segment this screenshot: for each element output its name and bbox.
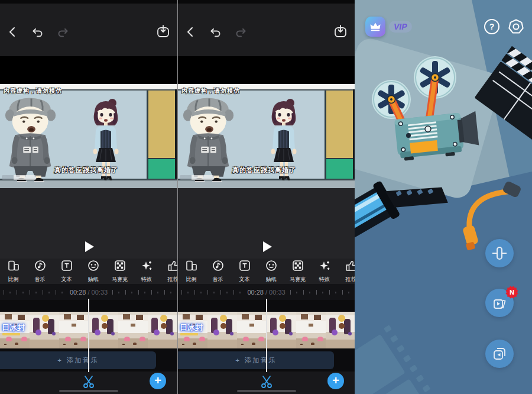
music-icon — [34, 259, 47, 274]
clip-title-overlay: 日冰封 — [2, 322, 25, 333]
letterbox-top — [0, 56, 177, 84]
menu-item-recommend[interactable]: 推荐 — [338, 259, 355, 284]
back-icon[interactable] — [184, 25, 198, 41]
mosaic-icon — [291, 259, 304, 274]
home-illustration — [355, 0, 532, 394]
menu-item-mosaic[interactable]: 马赛克 — [106, 259, 133, 284]
menu-item-sticker[interactable]: 贴纸 — [80, 259, 106, 284]
scene-door — [325, 91, 353, 158]
menu-item-mosaic[interactable]: 马赛克 — [284, 259, 311, 284]
template-play-icon — [491, 345, 508, 362]
menu-label: 贴纸 — [266, 276, 277, 283]
home-panel: VIP ? N — [355, 0, 532, 394]
export-icon[interactable] — [333, 24, 348, 41]
thumbs-up-icon — [167, 259, 178, 274]
menu-item-music[interactable]: 音乐 — [27, 259, 53, 284]
editor-panels: 内容虚构，请勿模仿 真的答应跟我离婚了 比例 音乐 文本 贴纸 — [0, 0, 355, 394]
crown-icon — [365, 17, 385, 37]
watermark — [2, 175, 36, 180]
editor-panel: 内容虚构，请勿模仿 真的答应跟我离婚了 比例 音乐 文本 贴纸 — [0, 0, 177, 394]
text-icon — [60, 259, 73, 274]
clip-thumbnail — [89, 312, 118, 348]
editing-menu: 比例 音乐 文本 贴纸 马赛克 特效 — [178, 259, 355, 284]
app-root: 内容虚构，请勿模仿 真的答应跟我离婚了 比例 音乐 文本 贴纸 — [0, 0, 532, 394]
timeline-ruler[interactable]: 00:28 / 00:33 — [0, 284, 177, 300]
editor-topbar — [178, 4, 355, 56]
menu-item-effects[interactable]: 特效 — [133, 259, 160, 284]
ratio-icon — [185, 259, 198, 274]
vip-badge[interactable]: VIP — [365, 17, 412, 37]
menu-item-music[interactable]: 音乐 — [205, 259, 231, 284]
clip-thumbnail — [296, 312, 326, 348]
sticker-icon — [265, 259, 278, 274]
thumbs-up-icon — [345, 259, 355, 274]
watermark — [180, 175, 214, 180]
clip-thumbnail — [237, 312, 267, 348]
video-preview[interactable]: 内容虚构，请勿模仿 真的答应跟我离婚了 — [0, 84, 177, 188]
back-icon[interactable] — [6, 25, 20, 41]
export-icon[interactable] — [155, 24, 171, 41]
clip-title-overlay: 日冰封 — [180, 322, 203, 333]
vip-label: VIP — [389, 21, 412, 33]
cut-button[interactable] — [259, 374, 274, 392]
add-music-label: 添加音乐 — [67, 356, 99, 365]
editor-panel: 内容虚构，请勿模仿 真的答应跟我离婚了 比例 音乐 文本 贴纸 — [177, 0, 355, 394]
play-button[interactable] — [263, 241, 272, 252]
add-clip-button[interactable]: + — [327, 373, 344, 389]
subtitle-text: 真的答应跟我离婚了 — [212, 166, 316, 175]
ratio-icon — [7, 259, 20, 274]
disclaimer-text: 内容虚构，请勿模仿 — [4, 87, 62, 95]
time-display: 00:28 / 00:33 — [65, 289, 112, 296]
menu-label: 音乐 — [35, 276, 46, 283]
adjust-slider-icon — [491, 244, 508, 262]
undo-icon[interactable] — [209, 25, 223, 42]
menu-label: 比例 — [186, 276, 197, 283]
menu-item-sticker[interactable]: 贴纸 — [258, 259, 284, 284]
add-music-label: 添加音乐 — [245, 356, 277, 365]
menu-label: 文本 — [239, 276, 250, 283]
timeline-ruler[interactable]: 00:28 / 00:33 — [178, 284, 355, 300]
playhead[interactable] — [88, 299, 89, 372]
plus-icon: + — [57, 357, 63, 364]
menu-item-text[interactable]: 文本 — [231, 259, 258, 284]
home-indicator[interactable] — [59, 390, 118, 392]
plus-icon: + — [235, 357, 241, 364]
adjust-button[interactable] — [485, 239, 514, 267]
ruler-ticks-left — [181, 290, 242, 295]
menu-label: 贴纸 — [88, 276, 99, 283]
undo-icon[interactable] — [31, 25, 45, 42]
template-button[interactable] — [485, 340, 514, 368]
menu-item-text[interactable]: 文本 — [53, 259, 80, 284]
video-preview[interactable]: 内容虚构，请勿模仿 真的答应跟我离婚了 — [178, 84, 355, 188]
menu-label: 文本 — [61, 276, 72, 283]
effects-icon — [318, 259, 331, 274]
menu-label: 比例 — [8, 276, 19, 283]
clip-thumbnail — [59, 312, 89, 348]
menu-label: 马赛克 — [112, 276, 128, 283]
menu-item-ratio[interactable]: 比例 — [178, 259, 205, 284]
ruler-ticks-right — [112, 290, 174, 295]
add-music-track[interactable]: + 添加音乐 — [178, 351, 334, 369]
redo-icon[interactable] — [233, 25, 248, 42]
clip-subtitle-overlay — [2, 333, 20, 335]
effects-icon — [140, 259, 153, 274]
add-clip-button[interactable]: + — [150, 373, 166, 389]
text-icon — [238, 259, 251, 274]
clip-thumbnail — [118, 312, 148, 348]
clip-thumbnail — [326, 312, 355, 348]
play-button[interactable] — [85, 241, 94, 252]
menu-label: 推荐 — [346, 276, 355, 283]
menu-item-recommend[interactable]: 推荐 — [160, 259, 177, 284]
menu-item-effects[interactable]: 特效 — [311, 259, 338, 284]
clip-thumbnail — [148, 312, 177, 348]
help-button[interactable]: ? — [484, 19, 499, 34]
cut-button[interactable] — [81, 374, 96, 392]
svg-text:N: N — [510, 289, 514, 296]
menu-item-ratio[interactable]: 比例 — [0, 259, 27, 284]
subtitle-text: 真的答应跟我离婚了 — [34, 166, 138, 175]
home-indicator[interactable] — [237, 390, 296, 392]
add-music-track[interactable]: + 添加音乐 — [0, 351, 156, 369]
settings-button[interactable] — [508, 19, 524, 37]
playhead[interactable] — [266, 299, 267, 372]
redo-icon[interactable] — [56, 25, 70, 42]
